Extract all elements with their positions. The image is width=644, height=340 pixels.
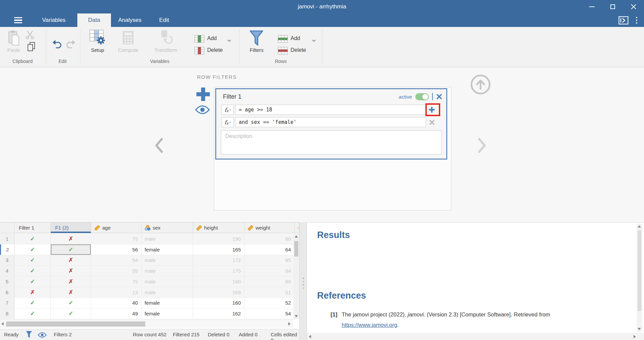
next-filter-chevron[interactable] — [478, 137, 487, 155]
cell-f1[interactable]: ✓ — [51, 244, 91, 255]
column-header-weight[interactable]: weight — [244, 223, 295, 233]
add-row-dropdown-chevron[interactable] — [312, 37, 316, 43]
remove-formula-button[interactable] — [426, 117, 438, 127]
scrollbar-thumb[interactable] — [6, 321, 145, 327]
cell-filter1[interactable]: ✓ — [14, 276, 51, 287]
cell-weight[interactable]: 52 — [244, 298, 293, 308]
cell-age[interactable]: 13 — [91, 287, 142, 298]
cell-filter1[interactable]: ✓ — [14, 255, 51, 266]
scrollbar-thumb[interactable] — [638, 230, 641, 311]
setup-button[interactable] — [89, 30, 106, 46]
cell-filter1[interactable]: ✓ — [14, 308, 51, 319]
tab-edit[interactable]: Edit — [149, 13, 180, 27]
cut-button[interactable] — [26, 30, 34, 41]
undo-button[interactable] — [52, 40, 63, 50]
scrollbar-thumb[interactable] — [294, 241, 298, 257]
cell-height[interactable]: 175 — [193, 266, 244, 276]
cell-height[interactable]: 190 — [193, 234, 244, 244]
minimize-button[interactable] — [581, 0, 602, 13]
cell-age[interactable]: 49 — [91, 308, 142, 319]
row-number[interactable]: 8 — [0, 308, 14, 319]
column-header-sex[interactable]: sex — [142, 223, 193, 233]
corner-header-cell[interactable] — [0, 223, 14, 233]
results-panel-expand-button[interactable] — [618, 16, 629, 25]
row-number[interactable]: 5 — [0, 276, 14, 287]
filter-active-toggle[interactable] — [415, 93, 429, 100]
cell-f1[interactable]: ✓ — [51, 298, 91, 308]
row-number[interactable]: 2 — [0, 244, 14, 255]
cell-age[interactable]: 54 — [91, 255, 142, 266]
row-number[interactable]: 4 — [0, 266, 14, 276]
close-button[interactable] — [623, 0, 644, 13]
reference-link[interactable]: https://www.jamovi.org — [342, 322, 397, 328]
cell-filter1[interactable]: ✓ — [14, 266, 51, 276]
column-header-height[interactable]: height — [193, 223, 244, 233]
cell-age[interactable]: 56 — [91, 244, 142, 255]
cell-weight[interactable]: 95 — [244, 255, 293, 266]
cell-f1[interactable]: ✗ — [51, 287, 91, 298]
row-number[interactable]: 7 — [0, 298, 14, 308]
add-filter-button[interactable] — [196, 88, 210, 102]
row-number[interactable]: 3 — [0, 255, 14, 266]
remove-filter-button[interactable] — [436, 94, 442, 100]
table-horizontal-scrollbar[interactable] — [0, 319, 293, 328]
filter-description-input[interactable] — [221, 130, 442, 155]
cell-age[interactable]: 75 — [91, 234, 142, 244]
add-row-button[interactable] — [278, 35, 288, 44]
row-number[interactable]: 6 — [0, 287, 14, 298]
tab-variables[interactable]: Variables — [30, 13, 77, 27]
tab-data[interactable]: Data — [77, 13, 111, 27]
filter-formula-input-1[interactable] — [235, 105, 426, 115]
menu-button[interactable] — [9, 13, 27, 27]
column-header-f1-2-[interactable]: F1 (2) — [51, 223, 91, 233]
collapse-filters-button[interactable] — [470, 74, 491, 96]
delete-row-button[interactable] — [278, 47, 288, 56]
cell-height[interactable]: 165 — [193, 244, 244, 255]
filter-formula-input-2[interactable] — [235, 117, 426, 127]
copy-button[interactable] — [27, 42, 36, 53]
cell-weight[interactable]: 94 — [244, 266, 293, 276]
cell-height[interactable]: 172 — [193, 255, 244, 266]
cell-age[interactable]: 75 — [91, 276, 142, 287]
cell-sex[interactable]: male — [142, 234, 193, 244]
cell-age[interactable]: 55 — [91, 266, 142, 276]
cell-f1[interactable]: ✗ — [51, 266, 91, 276]
cell-weight[interactable]: 80 — [244, 276, 293, 287]
cell-weight[interactable]: 80 — [244, 234, 293, 244]
cell-height[interactable]: 190 — [193, 276, 244, 287]
column-header-filter-1[interactable]: Filter 1 — [14, 223, 51, 233]
column-header-age[interactable]: age — [91, 223, 142, 233]
cell-filter1[interactable]: ✗ — [14, 287, 51, 298]
filters-button[interactable] — [249, 30, 264, 48]
results-vertical-scrollbar[interactable] — [637, 224, 642, 332]
cell-sex[interactable]: male — [142, 276, 193, 287]
cell-f1[interactable]: ✗ — [51, 234, 91, 244]
cell-height[interactable]: 160 — [193, 298, 244, 308]
cell-sex[interactable]: female — [142, 244, 193, 255]
cell-sex[interactable]: female — [142, 308, 193, 319]
cell-filter1[interactable]: ✓ — [14, 298, 51, 308]
row-number[interactable]: 1 — [0, 234, 14, 244]
formula-fx-dropdown[interactable]: fx▾ — [222, 105, 234, 115]
add-variable-dropdown-chevron[interactable] — [227, 37, 231, 43]
transform-button[interactable] — [158, 30, 173, 47]
pane-splitter[interactable] — [299, 222, 307, 340]
cell-sex[interactable]: male — [142, 287, 193, 298]
cell-height[interactable]: 162 — [193, 308, 244, 319]
cell-age[interactable]: 40 — [91, 298, 142, 308]
cell-filter1[interactable]: ✓ — [14, 244, 51, 255]
cell-sex[interactable]: male — [142, 266, 193, 276]
tab-analyses[interactable]: Analyses — [111, 13, 149, 27]
table-vertical-scrollbar[interactable] — [293, 234, 299, 319]
add-variable-button[interactable] — [194, 35, 204, 44]
status-filter-toggle[interactable] — [26, 331, 32, 340]
compute-button[interactable] — [122, 30, 135, 46]
delete-variable-button[interactable] — [194, 47, 204, 56]
cell-height[interactable]: 169 — [193, 287, 244, 298]
more-options-button[interactable] — [634, 16, 640, 25]
cell-f1[interactable]: ✗ — [51, 276, 91, 287]
paste-button[interactable] — [7, 30, 20, 47]
maximize-button[interactable] — [602, 0, 623, 13]
cell-weight[interactable]: 54 — [244, 308, 293, 319]
toggle-filtered-visibility-button[interactable] — [195, 104, 210, 116]
